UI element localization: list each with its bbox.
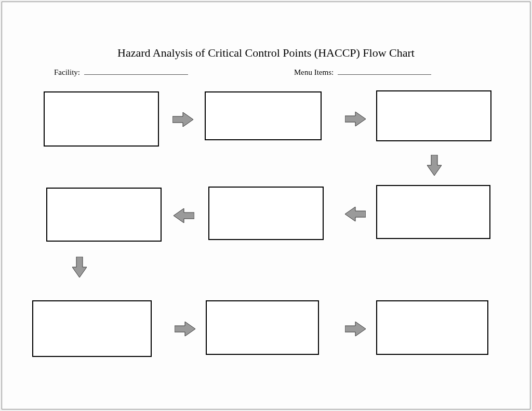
flow-box-7 <box>32 300 152 357</box>
arrow-right-icon <box>172 112 193 127</box>
menu-items-blank-line <box>338 67 431 75</box>
menu-items-field: Menu Items: <box>294 67 431 77</box>
flow-box-2 <box>205 91 322 140</box>
arrow-down-icon <box>427 155 442 176</box>
flow-box-8 <box>206 300 319 355</box>
svg-marker-7 <box>345 322 366 336</box>
document-page: Hazard Analysis of Critical Control Poin… <box>2 2 530 409</box>
arrow-down-icon <box>72 257 87 277</box>
arrow-left-icon <box>345 207 366 221</box>
svg-marker-0 <box>172 112 193 127</box>
arrow-right-icon <box>345 112 366 126</box>
svg-marker-6 <box>175 322 195 336</box>
flow-box-1 <box>44 91 159 147</box>
flow-box-3 <box>376 90 491 141</box>
arrow-right-icon <box>175 322 195 336</box>
page-title: Hazard Analysis of Critical Control Poin… <box>2 46 530 60</box>
facility-field: Facility: <box>54 67 188 77</box>
flow-box-9 <box>376 300 488 355</box>
flow-box-5 <box>208 187 324 240</box>
facility-blank-line <box>84 67 188 75</box>
facility-label: Facility: <box>54 68 80 77</box>
svg-marker-1 <box>345 112 366 126</box>
svg-marker-4 <box>174 208 194 223</box>
svg-marker-5 <box>72 257 87 277</box>
svg-marker-3 <box>345 207 366 221</box>
arrow-right-icon <box>345 322 366 336</box>
svg-marker-2 <box>427 155 442 176</box>
flow-box-6 <box>46 188 162 242</box>
flow-box-4 <box>376 185 490 239</box>
arrow-left-icon <box>174 208 194 223</box>
menu-items-label: Menu Items: <box>294 68 334 77</box>
